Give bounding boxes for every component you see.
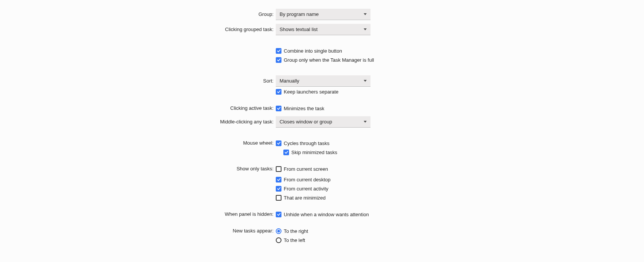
select-middle-click[interactable]: Closes window or group [276, 116, 370, 128]
radio-to-left[interactable] [276, 237, 281, 243]
chevron-down-icon [364, 80, 367, 82]
checkbox-unhide-label: Unhide when a window wants attention [284, 212, 369, 217]
checkbox-skip-minimized-label: Skip minimized tasks [291, 150, 337, 155]
checkbox-from-activity[interactable] [276, 186, 281, 192]
label-new-tasks: New tasks appear: [0, 226, 276, 235]
label-group: Group: [0, 10, 276, 19]
checkbox-keep-launchers-label: Keep launchers separate [284, 89, 339, 95]
checkbox-from-desktop[interactable] [276, 177, 281, 182]
select-clicking-grouped[interactable]: Shows textual list [276, 24, 370, 35]
label-panel-hidden: When panel is hidden: [0, 210, 276, 219]
label-clicking-active: Clicking active task: [0, 104, 276, 113]
checkbox-from-screen[interactable] [276, 166, 281, 172]
chevron-down-icon [364, 28, 367, 30]
radio-to-right[interactable] [276, 228, 281, 234]
chevron-down-icon [364, 121, 367, 123]
radio-to-right-label: To the right [284, 228, 308, 234]
checkbox-combine-label: Combine into single button [284, 48, 342, 54]
checkbox-from-desktop-label: From current desktop [284, 177, 331, 182]
checkbox-keep-launchers[interactable] [276, 89, 281, 95]
checkbox-cycles-label: Cycles through tasks [284, 140, 330, 146]
checkbox-minimize-task[interactable] [276, 106, 281, 111]
label-mouse-wheel: Mouse wheel: [0, 139, 276, 148]
checkbox-group-full[interactable] [276, 57, 281, 63]
select-clicking-grouped-value: Shows textual list [280, 27, 317, 32]
settings-form: Group: By program name Clicking grouped … [0, 8, 644, 245]
label-show-only: Show only tasks: [0, 164, 276, 173]
label-sort: Sort: [0, 76, 276, 86]
checkbox-skip-minimized[interactable] [283, 150, 289, 155]
checkbox-cycles[interactable] [276, 140, 281, 146]
checkbox-combine[interactable] [276, 48, 281, 54]
label-middle-click: Middle-clicking any task: [0, 117, 276, 126]
select-group[interactable]: By program name [276, 9, 370, 20]
checkbox-that-minimized[interactable] [276, 195, 281, 201]
checkbox-from-activity-label: From current activity [284, 186, 328, 192]
select-middle-click-value: Closes window or group [280, 119, 332, 125]
checkbox-minimize-task-label: Minimizes the task [284, 106, 324, 111]
select-group-value: By program name [280, 11, 319, 17]
radio-to-left-label: To the left [284, 237, 305, 243]
checkbox-group-full-label: Group only when the Task Manager is full [284, 57, 374, 63]
select-sort-value: Manually [280, 78, 299, 84]
checkbox-unhide[interactable] [276, 212, 281, 217]
chevron-down-icon [364, 13, 367, 15]
checkbox-from-screen-label: From current screen [284, 166, 328, 172]
checkbox-that-minimized-label: That are minimized [284, 195, 326, 201]
label-clicking-grouped: Clicking grouped task: [0, 25, 276, 34]
select-sort[interactable]: Manually [276, 75, 370, 87]
